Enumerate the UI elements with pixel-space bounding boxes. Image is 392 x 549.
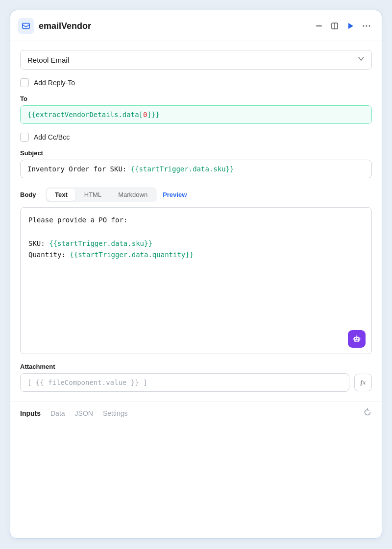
svg-rect-8	[354, 337, 360, 342]
chevron-down-icon	[358, 55, 365, 64]
add-cc-bcc-row: Add Cc/Bcc	[20, 133, 372, 142]
svg-point-6	[366, 25, 368, 27]
to-label: To	[20, 95, 372, 102]
body-line-2	[28, 226, 364, 238]
add-reply-to-label: Add Reply-To	[34, 79, 75, 87]
add-reply-to-row: Add Reply-To	[20, 78, 372, 87]
footer-tab-data[interactable]: Data	[50, 409, 65, 417]
subject-input[interactable]: Inventory Order for SKU: {{startTrigger.…	[20, 160, 372, 178]
body-qty-plain: Quantity:	[28, 251, 70, 259]
split-button[interactable]	[330, 21, 340, 31]
footer-tabs: Inputs Data JSON Settings	[10, 402, 382, 424]
add-cc-bcc-checkbox[interactable]	[20, 133, 29, 142]
subject-var-text: {{startTrigger.data.sku}}	[131, 165, 234, 173]
footer-tab-settings[interactable]: Settings	[103, 409, 128, 417]
mail-icon	[18, 18, 34, 34]
email-provider-dropdown[interactable]: Retool Email	[20, 50, 372, 70]
more-button[interactable]	[361, 21, 372, 31]
body-header-row: Body Text HTML Markdown Preview	[20, 187, 372, 202]
footer-tab-inputs[interactable]: Inputs	[20, 409, 41, 417]
svg-rect-13	[353, 338, 354, 339]
svg-point-5	[363, 25, 365, 27]
svg-rect-10	[357, 338, 359, 339]
tab-markdown[interactable]: Markdown	[110, 189, 155, 201]
to-value-text: {{extractVendorDetails.data[0]}}	[27, 111, 160, 119]
email-vendor-panel: emailVendor Retool Email	[10, 10, 382, 539]
ai-assist-button[interactable]	[348, 330, 366, 348]
subject-plain-text: Inventory Order for SKU:	[27, 165, 131, 173]
minimize-button[interactable]	[314, 21, 324, 31]
panel-header: emailVendor	[10, 10, 382, 41]
body-line-3: SKU: {{startTrigger.data.sku}}	[28, 238, 364, 250]
add-cc-bcc-label: Add Cc/Bcc	[34, 133, 70, 141]
svg-rect-9	[355, 338, 357, 339]
fx-button[interactable]: fx	[354, 374, 372, 391]
body-editor[interactable]: Please provide a PO for: SKU: {{startTri…	[20, 207, 372, 354]
svg-rect-0	[23, 24, 29, 29]
svg-rect-11	[356, 340, 358, 341]
preview-button[interactable]: Preview	[163, 191, 187, 198]
body-line-1: Please provide a PO for:	[28, 215, 364, 226]
form-body: Retool Email Add Reply-To To {{extractVe…	[10, 41, 382, 392]
play-button[interactable]	[345, 21, 355, 31]
to-input[interactable]: {{extractVendorDetails.data[0]}}	[20, 105, 372, 124]
svg-rect-12	[356, 335, 358, 337]
add-reply-to-checkbox[interactable]	[20, 78, 29, 87]
attachment-input[interactable]: [ {{ fileComponent.value }} ]	[20, 373, 349, 392]
page-title: emailVendor	[39, 21, 309, 31]
attachment-label: Attachment	[20, 363, 372, 370]
refresh-button[interactable]	[363, 408, 372, 418]
dropdown-value: Retool Email	[27, 56, 69, 64]
tab-text[interactable]: Text	[47, 189, 75, 201]
footer-tab-json[interactable]: JSON	[75, 409, 93, 417]
body-line-4: Quantity: {{startTrigger.data.quantity}}	[28, 249, 364, 261]
header-actions	[314, 21, 372, 31]
svg-rect-14	[360, 338, 361, 339]
attachment-placeholder: [ {{ fileComponent.value }} ]	[27, 379, 147, 386]
body-tab-group: Text HTML Markdown	[46, 187, 157, 202]
svg-point-7	[369, 25, 370, 27]
svg-marker-4	[348, 23, 353, 29]
tab-html[interactable]: HTML	[76, 189, 109, 201]
attachment-row: [ {{ fileComponent.value }} ] fx	[20, 373, 372, 392]
subject-label: Subject	[20, 149, 372, 157]
footer-tab-group: Inputs Data JSON Settings	[20, 409, 128, 417]
body-label: Body	[20, 191, 38, 198]
body-sku-var: {{startTrigger.data.sku}}	[49, 239, 152, 247]
body-qty-var: {{startTrigger.data.quantity}}	[70, 251, 194, 259]
body-sku-plain: SKU:	[28, 239, 49, 247]
